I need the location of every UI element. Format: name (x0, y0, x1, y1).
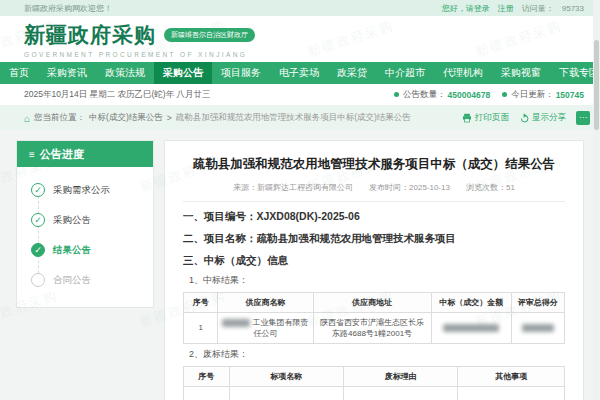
nav-item-10[interactable]: 采购视窗 (492, 62, 550, 84)
step-status-icon: ✓ (31, 183, 45, 197)
breadcrumb-separator: > (167, 113, 172, 123)
views-label: 浏览次数： (466, 183, 506, 192)
award-result-label: 1、中标结果： (189, 274, 565, 287)
stat-dot-icon (394, 92, 399, 97)
list-icon: ≡ (29, 149, 35, 160)
share-panel-button[interactable]: ⋯ (576, 111, 590, 125)
visit-count-value: 95733 (562, 4, 584, 13)
progress-step-active[interactable]: ✓结果公告 (17, 235, 153, 265)
print-page-button[interactable]: 打印页面 (462, 112, 509, 124)
step-label: 采购需求公示 (53, 184, 110, 197)
step-status-icon: ✓ (31, 243, 45, 257)
nav-item-1[interactable]: 首页 (0, 62, 38, 84)
award-column-header: 供应商地址 (313, 292, 431, 312)
nav-item-2[interactable]: 采购资讯 (38, 62, 96, 84)
nav-item-9[interactable]: 代理机构 (434, 62, 492, 84)
progress-step-done[interactable]: ✓采购需求公示 (17, 175, 153, 205)
award-cell-no: 1 (184, 312, 218, 343)
section2-heading: 二、项目名称： (183, 232, 257, 244)
info-bar: 2025年10月14日 星期二 农历乙巳(蛇)年 八月廿三 公告数量：45000… (0, 84, 600, 106)
print-page-label: 打印页面 (475, 112, 509, 124)
stat-label: 公告数量： (403, 89, 446, 101)
step-status-icon (31, 273, 45, 287)
award-table-row: 1工业集团有限责任公司陕西省西安市浐灞生态区长乐东路4688号1幢2001号 (184, 312, 565, 343)
project-name-value: 疏勒县加强和规范农用地管理技术服务项目 (257, 232, 457, 244)
redacted-score (522, 324, 554, 332)
announcement-progress-panel: ≡ 公告进度 ✓采购需求公示✓采购公告✓结果公告合同公告 (16, 140, 154, 308)
site-welcome-text: 新疆政府采购网欢迎您！ (24, 3, 112, 14)
nav-item-3[interactable]: 政策法规 (96, 62, 154, 84)
authority-badge: 新疆维吾尔自治区财政厅 (164, 28, 255, 42)
fail-cell-empty (344, 386, 458, 400)
share-page-label: 显示分享 (532, 112, 566, 124)
fail-column-header: 废标理由 (344, 366, 458, 386)
source-value: 新疆辉达工程咨询有限公司 (257, 183, 353, 192)
award-cell-supplier: 工业集团有限责任公司 (218, 312, 313, 343)
project-number-value: XJXD08(DK)-2025-06 (257, 210, 360, 222)
stat-value: 150745 (556, 90, 584, 100)
section1-heading: 一、项目编号： (183, 210, 257, 222)
fail-cell-empty (229, 386, 343, 400)
infobar-stats: 公告数量：450004678今日更新：150745 (394, 89, 584, 101)
publish-time-label: 发布时间： (369, 183, 409, 192)
share-page-button[interactable]: 显示分享 (519, 112, 566, 124)
award-column-header: 中标（成交）金额 (431, 292, 511, 312)
views-value: 51 (506, 183, 515, 192)
publish-time-value: 2025-10-13 (409, 183, 450, 192)
award-column-header: 序号 (184, 292, 218, 312)
progress-panel-title: 公告进度 (40, 147, 84, 162)
award-header-row: 序号供应商名称供应商地址中标（成交）金额评审总得分 (184, 292, 565, 312)
award-cell-score (511, 312, 564, 343)
share-icon (519, 113, 529, 123)
site-name-english: GOVERNMENT PROCUREMENT OF XINJIANG (24, 51, 255, 58)
section3-heading: 三、中标（成交）信息 (183, 254, 565, 268)
award-cell-amount (431, 312, 511, 343)
page-scrollbar (593, 0, 600, 400)
register-link[interactable]: 注册 (498, 3, 514, 14)
announcement-article: 疏勒县加强和规范农用地管理技术服务项目中标（成交）结果公告 来源：新疆辉达工程咨… (164, 140, 584, 400)
login-link[interactable]: 您好，请登录 (442, 3, 490, 14)
breadcrumb-section-link[interactable]: 中标(成交)结果公告 (89, 112, 163, 124)
progress-step-done[interactable]: ✓采购公告 (17, 205, 153, 235)
printer-icon (462, 113, 472, 123)
nav-item-4[interactable]: 采购公告 (154, 62, 212, 84)
breadcrumb-current: 疏勒县加强和规范农用地管理技术服务项目中标(成交)结果公告 (176, 112, 411, 124)
nav-item-7[interactable]: 政采贷 (328, 62, 376, 84)
stat-value: 450004678 (448, 90, 491, 100)
progress-step-pending[interactable]: 合同公告 (17, 265, 153, 295)
award-column-header: 供应商名称 (218, 292, 313, 312)
stat-item-1: 公告数量：450004678 (394, 89, 490, 101)
fail-result-label: 2、废标结果： (189, 348, 565, 361)
redacted-supplier-name (222, 319, 250, 327)
fail-table: 序号标项名称废标理由其他事项 (183, 366, 565, 400)
stat-label: 今日更新： (511, 89, 554, 101)
step-label: 结果公告 (53, 244, 91, 257)
source-label: 来源： (233, 183, 257, 192)
content-area: ≡ 公告进度 ✓采购需求公示✓采购公告✓结果公告合同公告 疏勒县加强和规范农用地… (0, 130, 600, 400)
nav-item-8[interactable]: 中介超市 (376, 62, 434, 84)
site-logo[interactable]: 新疆政府采购 (24, 21, 156, 49)
progress-steps: ✓采购需求公示✓采购公告✓结果公告合同公告 (17, 167, 153, 307)
nav-item-6[interactable]: 电子卖场 (270, 62, 328, 84)
fail-column-header: 标项名称 (229, 366, 343, 386)
step-status-icon: ✓ (31, 213, 45, 227)
nav-item-5[interactable]: 项目服务 (212, 62, 270, 84)
page-title: 疏勒县加强和规范农用地管理技术服务项目中标（成交）结果公告 (183, 155, 565, 174)
visit-count-label: 访问量： (522, 3, 554, 14)
scrollbar-thumb[interactable] (594, 40, 599, 130)
article-meta: 来源：新疆辉达工程咨询有限公司 发布时间：2025-10-13 浏览次数：51 (183, 182, 565, 193)
redacted-amount (443, 324, 499, 332)
award-table: 序号供应商名称供应商地址中标（成交）金额评审总得分 1工业集团有限责任公司陕西省… (183, 292, 565, 344)
date-text: 2025年10月14日 星期二 农历乙巳(蛇)年 八月廿三 (24, 89, 211, 101)
fail-column-header: 序号 (184, 366, 230, 386)
meta-divider (183, 201, 565, 202)
fail-cell-empty (184, 386, 230, 400)
stat-item-2: 今日更新：150745 (502, 89, 584, 101)
award-cell-address: 陕西省西安市浐灞生态区长乐东路4688号1幢2001号 (313, 312, 431, 343)
home-icon: ⌂ (24, 113, 30, 124)
step-label: 合同公告 (53, 274, 91, 287)
award-column-header: 评审总得分 (511, 292, 564, 312)
fail-header-row: 序号标项名称废标理由其他事项 (184, 366, 565, 386)
fail-column-header: 其他事项 (458, 366, 565, 386)
top-utility-bar: 新疆政府采购网欢迎您！ 您好，请登录 注册 访问量：95733 (0, 0, 600, 16)
